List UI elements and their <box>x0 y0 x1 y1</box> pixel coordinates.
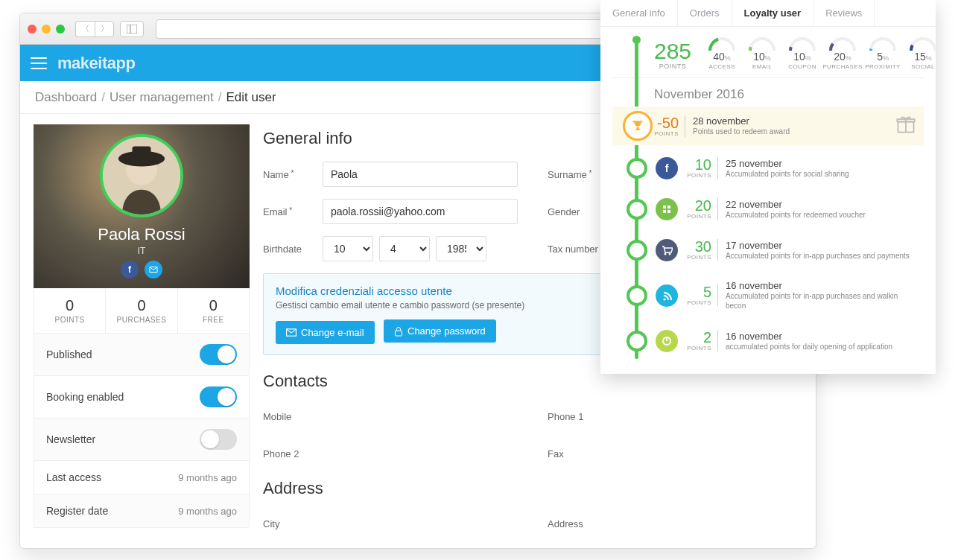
row-published: Published <box>34 334 249 376</box>
stat-points: 0POINTS <box>34 288 106 333</box>
stat-purchases: 0PURCHASES <box>106 288 177 333</box>
section-contacts-title: Contacts <box>263 372 802 391</box>
menu-button[interactable] <box>31 57 47 69</box>
mail-icon[interactable] <box>145 261 162 279</box>
gender-label: Gender <box>548 206 607 217</box>
timeline-item: 20POINTS 22 novemberAccumulated points f… <box>612 191 924 227</box>
booking-toggle[interactable] <box>200 386 237 407</box>
tax-label: Tax number <box>548 244 607 255</box>
timeline-month: November 2016 <box>600 78 936 106</box>
timeline-item: -50POINTS 28 novemberPoints used to rede… <box>612 106 924 145</box>
timeline-item: 30POINTS 17 novemberAccumulated points f… <box>612 232 924 268</box>
breadcrumb-dashboard[interactable]: Dashboard <box>35 90 97 105</box>
nav-back-button[interactable]: 〈 <box>75 21 95 37</box>
timeline-node <box>627 285 647 306</box>
user-sidebar: Paola Rossi IT f 0POINTS 0PURCHASES 0FRE… <box>34 124 250 538</box>
profile-hero: Paola Rossi IT f <box>34 124 250 288</box>
facebook-icon[interactable]: f <box>121 261 139 279</box>
row-register-date: Register date 9 months ago <box>34 494 249 527</box>
timeline-node <box>627 199 647 220</box>
tab-reviews[interactable]: Reviews <box>813 0 875 26</box>
timeline-node <box>627 240 647 261</box>
button-label: Change password <box>407 325 486 337</box>
tab-overview-button[interactable] <box>120 21 144 37</box>
svg-rect-5 <box>133 146 151 159</box>
loyalty-tabs: General info Orders Loyalty user Reviews <box>600 0 936 27</box>
email-label: Email <box>263 206 323 217</box>
phone1-value <box>607 404 802 430</box>
tab-general[interactable]: General info <box>600 0 678 26</box>
trophy-icon <box>623 111 653 141</box>
timeline-node <box>627 158 647 179</box>
activity-icon: f <box>656 157 678 179</box>
breadcrumb-usermgmt[interactable]: User management <box>110 90 214 105</box>
birth-month-select[interactable]: 4 <box>379 236 430 261</box>
surname-label: Surname <box>548 169 607 180</box>
sidebar-icon <box>127 25 137 34</box>
svg-point-17 <box>669 252 671 255</box>
row-label: Booking enabled <box>46 391 124 403</box>
row-label: Newsletter <box>46 433 95 445</box>
gift-icon <box>895 114 916 138</box>
nav-forward-button[interactable]: 〉 <box>95 21 114 37</box>
row-value: 9 months ago <box>178 472 237 483</box>
svg-point-18 <box>664 298 666 300</box>
loyalty-panel: General info Orders Loyalty user Reviews… <box>600 0 936 374</box>
address-label: Address <box>548 518 607 529</box>
phone1-label: Phone 1 <box>548 411 607 422</box>
tab-loyalty[interactable]: Loyalty user <box>732 0 814 26</box>
published-toggle[interactable] <box>200 344 237 365</box>
row-label: Published <box>46 349 92 360</box>
row-value: 9 months ago <box>178 506 237 517</box>
birth-label: Birthdate <box>263 244 323 255</box>
activity-icon <box>656 198 678 220</box>
app-logo: makeitapp <box>57 54 135 73</box>
birth-day-select[interactable]: 10 <box>323 236 373 261</box>
row-label: Register date <box>46 505 108 517</box>
timeline-node <box>627 331 647 351</box>
fax-label: Fax <box>548 448 607 459</box>
nav-back-forward: 〈 〉 <box>75 21 114 37</box>
section-address-title: Address <box>263 479 802 498</box>
profile-stats: 0POINTS 0PURCHASES 0FREE <box>34 288 250 334</box>
svg-rect-15 <box>667 210 670 213</box>
svg-rect-13 <box>667 206 670 209</box>
profile-social: f <box>121 261 162 279</box>
button-label: Change e-mail <box>301 327 364 338</box>
row-booking: Booking enabled <box>34 376 249 419</box>
minimize-window-icon[interactable] <box>42 25 51 34</box>
birth-year-select[interactable]: 1985 <box>436 236 486 261</box>
timeline-item: 5POINTS 16 novemberAccumulated points fo… <box>612 273 924 318</box>
city-value <box>323 512 518 537</box>
email-input[interactable] <box>323 199 518 224</box>
row-newsletter: Newsletter <box>34 419 249 461</box>
profile-settings-list: Published Booking enabled Newsletter Las… <box>34 334 250 528</box>
gauge-social: 15% SOCIAL <box>904 37 942 70</box>
lock-icon <box>394 326 403 337</box>
change-password-button[interactable]: Change password <box>384 319 496 343</box>
gauge-email: 10% EMAIL <box>743 37 781 70</box>
mail-icon <box>286 328 296 337</box>
activity-icon <box>656 330 678 352</box>
profile-country: IT <box>138 246 146 256</box>
window-controls <box>28 25 65 34</box>
tab-orders[interactable]: Orders <box>678 0 732 26</box>
svg-point-16 <box>665 252 667 255</box>
loyalty-summary: 285 POINTS 40% ACCESS 10% EMAIL 10% COUP… <box>612 27 924 78</box>
close-window-icon[interactable] <box>28 25 37 34</box>
phone2-value <box>323 442 518 467</box>
change-email-button[interactable]: Change e-mail <box>276 321 375 344</box>
breadcrumb-current: Edit user <box>226 90 276 105</box>
city-label: City <box>263 518 323 529</box>
total-points: 285 POINTS <box>654 40 691 70</box>
gauge-access: 40% ACCESS <box>703 37 740 70</box>
maximize-window-icon[interactable] <box>56 25 65 34</box>
name-label: Name <box>263 169 323 180</box>
newsletter-toggle[interactable] <box>200 429 237 450</box>
svg-rect-7 <box>396 331 402 336</box>
name-input[interactable] <box>323 162 518 187</box>
row-label: Last access <box>46 471 101 483</box>
phone2-label: Phone 2 <box>263 448 323 459</box>
gauge-purchases: 20% PURCHASES <box>824 37 861 70</box>
svg-rect-0 <box>127 25 137 34</box>
